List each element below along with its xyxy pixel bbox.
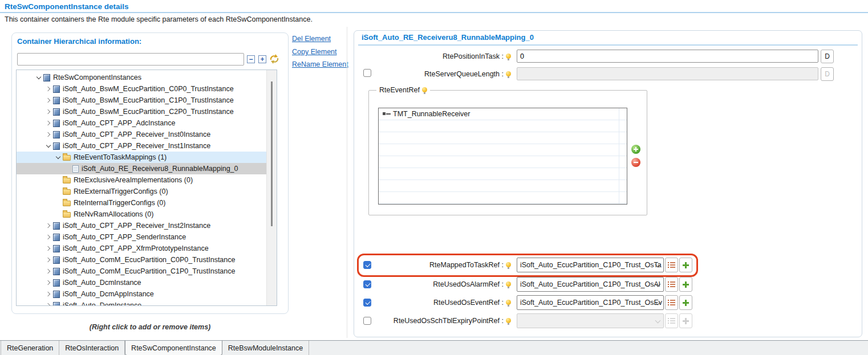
tree-item-label: RteInternalTriggerConfigs (0) — [74, 199, 165, 207]
tree-item[interactable]: iSoft_Auto_RE_Receiveru8_RunnableMapping… — [17, 163, 277, 174]
position-in-task-label: RtePositionInTask : — [443, 52, 504, 60]
tab-label: RteOsInteraction — [65, 344, 119, 352]
tree-scrollbar-thumb[interactable] — [271, 81, 273, 226]
reference-add-button[interactable] — [679, 295, 692, 310]
detail-title: iSoft_Auto_RE_Receiveru8_RunnableMapping… — [362, 33, 534, 42]
plus-icon — [683, 318, 689, 324]
reference-row: RteUsedOsAlarmRef :iSoft_Auto_EcucPartit… — [0, 277, 868, 292]
reference-checkbox[interactable] — [363, 261, 371, 269]
event-ref-row[interactable] — [379, 144, 627, 156]
expand-all-icon: + — [260, 56, 264, 63]
del-element-link[interactable]: Del Element — [292, 35, 331, 43]
server-queue-length-checkbox[interactable] — [363, 69, 371, 77]
list-icon — [668, 262, 675, 268]
chevron-down-icon[interactable] — [44, 142, 52, 150]
reference-add-button[interactable] — [679, 277, 692, 292]
cube-icon — [53, 85, 60, 93]
tree-item[interactable]: RteInternalTriggerConfigs (0) — [17, 197, 277, 209]
reference-combobox[interactable]: iSoft_Auto_EcucPartition_C1P0_Trust_OsTa — [517, 258, 664, 272]
tab-RteBswModuleInstance[interactable]: RteBswModuleInstance — [222, 341, 309, 355]
reference-combobox[interactable]: iSoft_Auto_EcucPartition_C1P0_Trust_OsEv — [517, 295, 664, 310]
position-in-task-label-wrap: RtePositionInTask : — [371, 51, 511, 62]
tree-item[interactable]: iSoft_Auto_CPT_APP_AdcInstance — [17, 117, 277, 129]
tree-item[interactable]: RteExternalTriggerConfigs (0) — [17, 186, 277, 197]
tree-item[interactable]: iSoft_Auto_CPT_APP_Receiver_Inst0Instanc… — [17, 129, 277, 140]
reference-list-button[interactable] — [665, 277, 678, 292]
event-ref-remove-button[interactable] — [631, 158, 640, 167]
chevron-right-icon[interactable] — [44, 130, 52, 138]
tab-RteGeneration[interactable]: RteGeneration — [1, 341, 59, 355]
folder-icon — [63, 189, 71, 195]
tree-item[interactable]: iSoft_Auto_BswM_EcucPartition_C0P0_Trust… — [17, 83, 277, 95]
tab-RteOsInteraction[interactable]: RteOsInteraction — [59, 341, 125, 355]
tree-item[interactable]: iSoft_Auto_CPT_APP_Receiver_Inst2Instanc… — [17, 220, 277, 231]
tab-RteSwComponentInstance[interactable]: RteSwComponentInstance — [125, 341, 222, 355]
reference-label: RteMappedToTaskRef : — [429, 261, 504, 269]
reference-label-wrap: RteUsedOsAlarmRef : — [371, 279, 511, 290]
plus-icon — [683, 300, 689, 306]
doc-icon — [72, 165, 79, 173]
tree-item[interactable]: iSoft_Auto_CPT_APP_XfrmPrototypeInstance — [17, 243, 277, 254]
chevron-right-icon[interactable] — [44, 222, 52, 230]
tree-item[interactable]: iSoft_Auto_CPT_APP_Receiver_Inst1Instanc… — [17, 140, 277, 152]
event-ref-row[interactable] — [379, 156, 627, 168]
event-ref-row[interactable] — [379, 120, 627, 132]
arrow-spacer — [54, 199, 62, 207]
chevron-right-icon[interactable] — [44, 85, 52, 93]
chevron-right-icon[interactable] — [44, 233, 52, 241]
reference-label: RteUsedOsAlarmRef : — [433, 280, 504, 288]
tree-item-label: RteExclusiveAreaImplementations (0) — [74, 176, 193, 184]
tree-item-label: RteEventToTaskMappings (1) — [74, 153, 167, 161]
cube-icon — [53, 142, 60, 150]
arrow-spacer — [64, 165, 72, 173]
tree-item[interactable]: iSoft_Auto_CPT_APP_SenderInstance — [17, 231, 277, 243]
reference-combobox-value: iSoft_Auto_EcucPartition_C1P0_Trust_OsAl — [520, 280, 660, 288]
reference-list-button[interactable] — [665, 258, 678, 272]
server-queue-length-default-button: D — [821, 67, 834, 81]
refresh-button[interactable] — [269, 54, 279, 64]
reference-combobox[interactable]: iSoft_Auto_EcucPartition_C1P0_Trust_OsAl — [517, 277, 664, 292]
event-ref-row[interactable] — [379, 180, 627, 192]
chevron-right-icon[interactable] — [44, 244, 52, 252]
chevron-right-icon[interactable] — [44, 108, 52, 116]
collapse-all-button[interactable]: − — [247, 55, 255, 63]
folder-icon — [63, 212, 71, 218]
event-ref-legend-text: RteEventRef — [379, 86, 420, 94]
expand-all-button[interactable]: + — [258, 55, 266, 63]
tree-item[interactable]: iSoft_Auto_BswM_EcucPartition_C2P0_Trust… — [17, 106, 277, 117]
reference-combobox-value: iSoft_Auto_EcucPartition_C1P0_Trust_OsEv — [520, 299, 662, 307]
reference-checkbox[interactable] — [363, 299, 371, 307]
tree-item[interactable]: iSoft_Auto_BswM_EcucPartition_C1P0_Trust… — [17, 95, 277, 106]
event-ref-row[interactable] — [379, 132, 627, 144]
tree-item-label: iSoft_Auto_BswM_EcucPartition_C0P0_Trust… — [63, 85, 234, 93]
title-underline — [0, 12, 868, 13]
tree-item-label: iSoft_Auto_RE_Receiveru8_RunnableMapping… — [82, 165, 238, 173]
position-in-task-default-button[interactable]: D — [821, 50, 834, 63]
event-ref-row[interactable]: TMT_RunnableReceiver — [379, 108, 627, 120]
chevron-right-icon[interactable] — [44, 119, 52, 127]
tree-item[interactable]: RteEventToTaskMappings (1) — [17, 152, 277, 163]
event-ref-table[interactable]: TMT_RunnableReceiver — [378, 108, 627, 205]
reference-checkbox[interactable] — [363, 280, 371, 288]
event-ref-row[interactable] — [379, 168, 627, 180]
event-ref-row[interactable] — [379, 192, 627, 204]
reference-label-wrap: RteUsedOsEventRef : — [371, 297, 511, 308]
tree-item[interactable]: RteSwComponentInstances — [17, 72, 277, 83]
rename-element-link[interactable]: ReName Element — [292, 60, 348, 68]
reference-label-wrap: RteMappedToTaskRef : — [371, 259, 511, 271]
reference-combobox-value: iSoft_Auto_EcucPartition_C1P0_Trust_OsTa — [520, 261, 662, 269]
copy-element-link[interactable]: Copy Element — [292, 48, 337, 56]
position-in-task-input[interactable] — [517, 50, 818, 63]
chevron-down-icon[interactable] — [35, 74, 43, 81]
tree-item[interactable]: RteNvRamAllocations (0) — [17, 209, 277, 220]
event-ref-add-button[interactable] — [631, 145, 640, 154]
tree-item[interactable]: RteExclusiveAreaImplementations (0) — [17, 174, 277, 186]
arrow-spacer — [54, 210, 62, 218]
reference-checkbox[interactable] — [363, 317, 371, 325]
chevron-right-icon[interactable] — [44, 96, 52, 104]
tree-filter-input[interactable] — [17, 53, 244, 66]
event-ref-value: TMT_RunnableReceiver — [393, 110, 470, 118]
chevron-down-icon[interactable] — [54, 153, 62, 161]
reference-list-button[interactable] — [665, 295, 678, 310]
reference-add-button[interactable] — [679, 258, 692, 272]
